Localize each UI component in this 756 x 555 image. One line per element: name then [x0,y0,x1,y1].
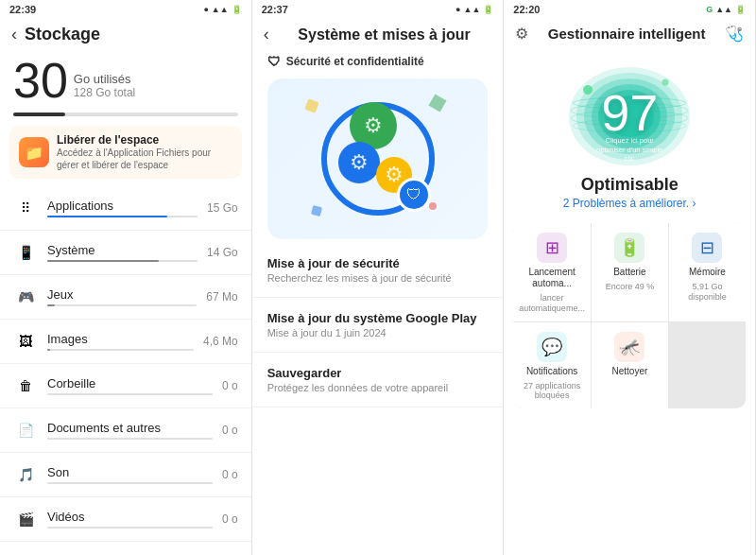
used-number: 30 [13,56,68,105]
systeme-title: Système et mises à jour [277,26,492,43]
time-1: 22:39 [9,4,36,15]
item-info: Jeux [47,287,197,306]
status-icons-1: ● ▲▲ 🔋 [203,5,241,14]
free-space-subtitle: Accédez à l'Application Fichiers pour gé… [57,147,232,171]
storage-list-item[interactable]: 📱 Système 14 Go [0,231,251,275]
update-menu-item[interactable]: Sauvegarder Protégez les données de votr… [252,353,504,408]
item-name: Images [47,332,194,346]
grid-item-sub: 27 applications bloquées [519,381,585,402]
storage-list-item[interactable]: 🗑 Corbeille 0 o [0,364,251,408]
item-size: 0 o [222,379,238,392]
menu-item-subtitle: Protégez les données de votre appareil [267,382,489,393]
item-icon: 🎵 [13,462,38,487]
storage-labels: Go utilisés 128 Go total [74,72,135,105]
grid-item[interactable]: ⊞ Lancement automa... lancer automatique… [513,223,591,321]
shield-icon: 🛡 [267,54,281,69]
item-icon: 🎮 [13,285,38,309]
panel-gestionnaire: 22:20 G ▲▲ 🔋 ⚙ Gestionnaire intelligent … [504,0,756,555]
item-bar-fill [47,216,167,217]
item-bar [47,438,213,440]
gear-illustration: ⚙ ⚙ ⚙ 🛡 [302,93,454,225]
grid-item-label: Batterie [613,267,645,278]
time-3: 22:20 [513,4,540,15]
item-name: Corbeille [47,376,213,390]
item-info: Corbeille [47,376,213,395]
item-bar [47,482,213,484]
stockage-header: ‹ Stockage [0,19,251,48]
grid-item-icon: ⊞ [537,233,567,263]
storage-list-item[interactable]: 🎵 Son 0 o [0,453,251,497]
item-info: Système [47,243,198,262]
stockage-title: Stockage [25,25,100,44]
item-info: Documents et autres [47,421,213,440]
item-icon: 📄 [13,418,38,442]
item-name: Documents et autres [47,421,213,435]
svg-point-11 [662,79,669,86]
item-size: 0 o [222,424,238,437]
grid-item-label: Lancement automa... [519,267,585,289]
item-icon: 📱 [13,240,38,265]
storage-list-item[interactable]: 🎬 Vidéos 0 o [0,497,251,542]
storage-list: ⠿ Applications 15 Go 📱 Système 14 Go 🎮 J… [0,186,251,555]
status-bar-1: 22:39 ● ▲▲ 🔋 [0,0,251,19]
update-menu-item[interactable]: Mise à jour de sécurité Recherchez les m… [252,243,504,298]
settings-icon[interactable]: ⚙ [515,25,528,43]
grid-item[interactable]: ⊟ Mémoire 5,91 Go disponible [669,223,746,321]
grid-item-sub: Encore 49 % [606,282,655,292]
storage-list-item[interactable]: ⠿ Applications 15 Go [0,186,251,231]
total-label: 128 Go total [74,86,135,99]
back-button-2[interactable]: ‹ [264,25,269,44]
item-name: Jeux [47,287,197,302]
grid-item[interactable]: 🦟 Nettoyer [592,322,668,409]
menu-item-title: Mise à jour de sécurité [267,256,489,270]
grid-item-icon: 💬 [537,332,567,362]
storage-list-item[interactable]: 📄 Documents et autres 0 o [0,408,251,453]
score-orb[interactable]: 97 Cliquez ici pouroptimiser d'un simple… [563,56,696,169]
item-size: 0 o [222,512,238,526]
svg-point-10 [583,85,593,95]
item-bar-fill [47,260,159,262]
security-section: 🛡 Sécurité et confidentialité [252,48,504,75]
shield-badge: 🛡 [397,178,431,212]
grid-item[interactable]: 🔋 Batterie Encore 49 % [592,223,668,321]
orb-section: 97 Cliquez ici pouroptimiser d'un simple… [504,46,755,216]
optimisable-label: Optimisable [581,175,679,195]
item-bar [47,304,197,306]
deco-triangle-1 [428,94,446,112]
item-name: Applications [47,199,198,213]
item-size: 14 Go [207,246,238,259]
grid-item[interactable]: 💬 Notifications 27 applications bloquées [513,322,591,409]
item-bar [47,349,194,351]
item-name: Son [47,465,213,479]
panel-stockage: 22:39 ● ▲▲ 🔋 ‹ Stockage 30 Go utilisés 1… [0,0,252,555]
free-space-title: Libérer de l'espace [57,133,232,147]
free-space-card[interactable]: 📁 Libérer de l'espace Accédez à l'Applic… [9,126,242,179]
gestionnaire-header: ⚙ Gestionnaire intelligent 🩺 [504,19,755,46]
status-bar-2: 22:37 ● ▲▲ 🔋 [252,0,504,19]
grid-item-sub: lancer automatiqueme... [519,293,585,314]
item-icon: 🎬 [13,507,38,531]
item-icon: ⠿ [13,196,38,220]
storage-list-item[interactable]: 🖼 Images 4,6 Mo [0,320,251,364]
storage-progress-bar [13,113,238,116]
item-bar [47,393,213,395]
item-icon: 🗑 [13,373,38,398]
grid-item-label: Mémoire [689,267,726,278]
status-bar-3: 22:20 G ▲▲ 🔋 [504,0,755,19]
panel-systeme: 22:37 ● ▲▲ 🔋 ‹ Système et mises à jour 🛡… [252,0,505,555]
storage-list-item[interactable]: 🎮 Jeux 67 Mo [0,275,251,320]
back-button-1[interactable]: ‹ [11,25,17,44]
stethoscope-icon[interactable]: 🩺 [725,25,744,43]
item-bar-fill [47,304,55,306]
menu-item-title: Sauvegarder [267,366,489,380]
item-bar-fill [47,349,50,351]
menu-item-subtitle: Mise à jour du 1 juin 2024 [267,327,489,338]
storage-summary: 30 Go utilisés 128 Go total [0,48,251,109]
item-size: 67 Mo [206,290,237,304]
free-space-icon: 📁 [19,137,49,167]
problems-link[interactable]: 2 Problèmes à améliorer. › [563,197,696,210]
status-icons-2: ● ▲▲ 🔋 [455,5,493,14]
item-info: Images [47,332,194,351]
status-icons-3: G ▲▲ 🔋 [706,5,746,14]
update-menu-item[interactable]: Mise à jour du système Google Play Mise … [252,298,504,353]
